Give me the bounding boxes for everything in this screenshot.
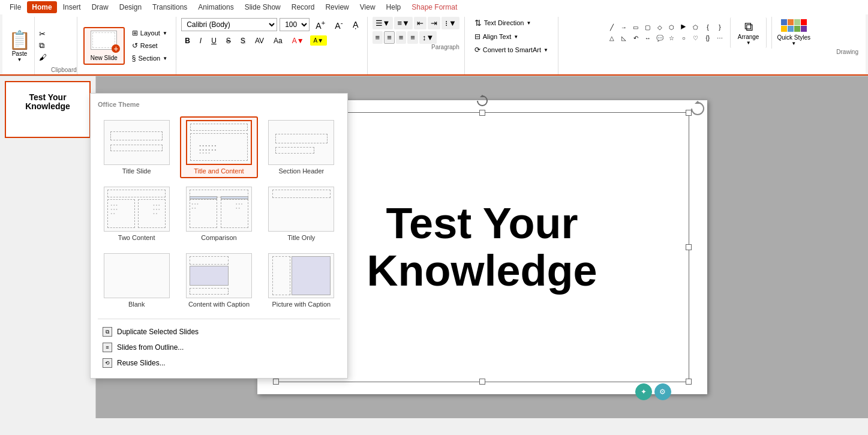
chevron-button[interactable]: ⯈ — [678, 23, 689, 32]
slides-group: + New Slide ⊞ Layout ▼ ↺ Reset — [77, 17, 176, 74]
star-button[interactable]: ☆ — [666, 34, 677, 43]
justify-button[interactable]: ≡ — [407, 31, 418, 44]
layout-button[interactable]: ⊞ Layout ▼ — [128, 28, 171, 38]
increase-font-button[interactable]: A+ — [312, 17, 329, 32]
handle-bottom-right[interactable] — [686, 379, 692, 385]
curved-arrow-button[interactable]: ↶ — [630, 34, 641, 43]
clear-format-button[interactable]: Ạ — [349, 18, 362, 31]
menu-draw[interactable]: Draw — [87, 1, 113, 13]
reset-button[interactable]: ↺ Reset — [128, 40, 171, 51]
change-case-button[interactable]: Aa — [270, 35, 286, 47]
slides-from-outline-action[interactable]: ≡ Slides from Outline... — [98, 340, 340, 355]
convert-smartart-button[interactable]: ⟳ Convert to SmartArt ▼ — [470, 44, 553, 55]
pentagon-button[interactable]: ⬠ — [690, 23, 701, 32]
format-painter-button[interactable]: 🖌 — [37, 52, 49, 62]
decrease-indent-button[interactable]: ⇤ — [414, 17, 427, 29]
layout-comparison[interactable]: • • •• • • • •• • Comparison — [180, 183, 257, 245]
layout-blank[interactable]: Blank — [98, 250, 175, 311]
layout-title-content[interactable]: • • • • • • • • • • • • • • • • Title an… — [180, 116, 257, 178]
decrease-font-button[interactable]: A- — [331, 17, 346, 32]
layout-title-slide[interactable]: Title Slide — [98, 116, 175, 178]
layout-section-header[interactable]: Section Header — [263, 116, 340, 178]
menu-design[interactable]: Design — [115, 1, 146, 13]
highlight-color-button[interactable]: A▼ — [310, 35, 328, 46]
double-arrow-button[interactable]: ↔ — [642, 34, 653, 43]
cut-button[interactable]: ✂ — [37, 29, 49, 39]
callout-button[interactable]: 💬 — [654, 34, 665, 43]
numbered-list-button[interactable]: ≡▼ — [394, 17, 412, 29]
italic-button[interactable]: I — [196, 35, 205, 47]
rotate-handle[interactable] — [476, 95, 488, 107]
char-spacing-button[interactable]: AV — [251, 35, 268, 47]
right-triangle-button[interactable]: ◺ — [618, 34, 629, 43]
bold-button[interactable]: B — [181, 35, 194, 47]
handle-bottom-center[interactable] — [479, 379, 485, 385]
bullet-list-button[interactable]: ☰▼ — [373, 17, 394, 29]
circle-button[interactable]: ○ — [678, 34, 689, 43]
heart-button[interactable]: ♡ — [690, 34, 701, 43]
menu-review[interactable]: Review — [320, 1, 353, 13]
reuse-slides-action[interactable]: ⟲ Reuse Slides... — [98, 355, 340, 371]
menu-animations[interactable]: Animations — [193, 1, 238, 13]
text-options-controls: ⇅ Text Direction ▼ ⊟ Align Text ▼ ⟳ Conv… — [470, 17, 553, 55]
slides-panel: 1 Test Your Knowledge — [0, 76, 96, 418]
menu-shape-format[interactable]: Shape Format — [407, 1, 462, 13]
paste-button[interactable]: 📋 Paste ▼ — [5, 17, 35, 74]
menu-transitions[interactable]: Transitions — [148, 1, 192, 13]
triangle-button[interactable]: △ — [606, 34, 617, 43]
align-center-button[interactable]: ≡ — [384, 31, 395, 44]
copy-button[interactable]: ⧉ — [37, 40, 49, 51]
design-ideas-button[interactable]: ✦ — [635, 383, 652, 400]
layout-tool-button[interactable]: ⚙ — [654, 383, 671, 400]
rect-shape-button[interactable]: ▭ — [630, 23, 641, 32]
menu-slideshow[interactable]: Slide Show — [240, 1, 286, 13]
new-slide-button[interactable]: + New Slide — [83, 27, 125, 65]
align-text-button[interactable]: ⊟ Align Text ▼ — [470, 31, 553, 42]
duplicate-slides-action[interactable]: ⧉ Duplicate Selected Slides — [98, 324, 340, 340]
right-brace-button[interactable]: } — [714, 23, 725, 32]
handle-bottom-left[interactable] — [273, 379, 279, 385]
more-shapes-button[interactable]: ⋯ — [714, 34, 725, 43]
section-button[interactable]: § Section ▼ — [128, 53, 171, 64]
text-direction-button[interactable]: ⇅ Text Direction ▼ — [470, 17, 553, 29]
increase-indent-button[interactable]: ⇥ — [428, 17, 440, 29]
line-spacing-button[interactable]: ↕▼ — [419, 31, 437, 44]
menu-view[interactable]: View — [355, 1, 380, 13]
handle-top-center[interactable] — [479, 110, 485, 116]
layout-two-content[interactable]: • • •• • •• • • • •• • •• • Two Content — [98, 183, 175, 245]
slide-rotate-icon[interactable] — [689, 100, 706, 119]
align-right-button[interactable]: ≡ — [396, 31, 407, 44]
layout-picture-caption[interactable]: Picture with Caption — [263, 250, 340, 311]
slide-thumbnail-1[interactable]: 1 Test Your Knowledge — [5, 81, 91, 138]
cylinder-button[interactable]: ⬡ — [666, 23, 677, 32]
arrange-button[interactable]: ⧉ Arrange ▼ — [730, 17, 767, 48]
menu-home[interactable]: Home — [27, 1, 56, 13]
diamond-button[interactable]: ◇ — [654, 23, 665, 32]
menu-record[interactable]: Record — [287, 1, 320, 13]
layout-name-content-caption: Content with Caption — [188, 301, 250, 308]
rounded-rect-button[interactable]: ▢ — [642, 23, 653, 32]
drawing-controls: ╱ → ▭ ▢ ◇ ⬡ ⯈ ⬠ { } △ — [606, 17, 815, 49]
quick-styles-button[interactable]: Quick Styles ▼ — [771, 17, 815, 49]
strikethrough-button[interactable]: S — [223, 35, 235, 47]
slide-title-text[interactable]: Test Your Knowledge — [367, 200, 597, 295]
font-color-button[interactable]: A▼ — [289, 35, 308, 47]
arrow-shape-button[interactable]: → — [618, 23, 629, 32]
underline-button[interactable]: U — [208, 35, 220, 47]
font-size-select[interactable]: 100 — [280, 18, 310, 31]
menu-file[interactable]: File — [5, 1, 26, 13]
convert-smartart-label: Convert to SmartArt — [483, 46, 541, 53]
font-name-select[interactable]: Calibri (Body) — [181, 18, 277, 31]
layout-content-caption[interactable]: Content with Caption — [180, 250, 257, 311]
layout-title-only[interactable]: Title Only — [263, 183, 340, 245]
left-brace-button[interactable]: { — [702, 23, 713, 32]
menu-insert[interactable]: Insert — [58, 1, 86, 13]
arrange-dropdown-icon: ▼ — [746, 40, 751, 46]
handle-middle-right[interactable] — [686, 244, 692, 250]
shadow-button[interactable]: S — [237, 35, 249, 47]
align-left-button[interactable]: ≡ — [373, 31, 383, 44]
columns-button[interactable]: ⫶▼ — [441, 17, 459, 29]
menu-help[interactable]: Help — [382, 1, 406, 13]
formula-button[interactable]: {} — [702, 34, 713, 43]
line-shape-button[interactable]: ╱ — [606, 23, 617, 32]
